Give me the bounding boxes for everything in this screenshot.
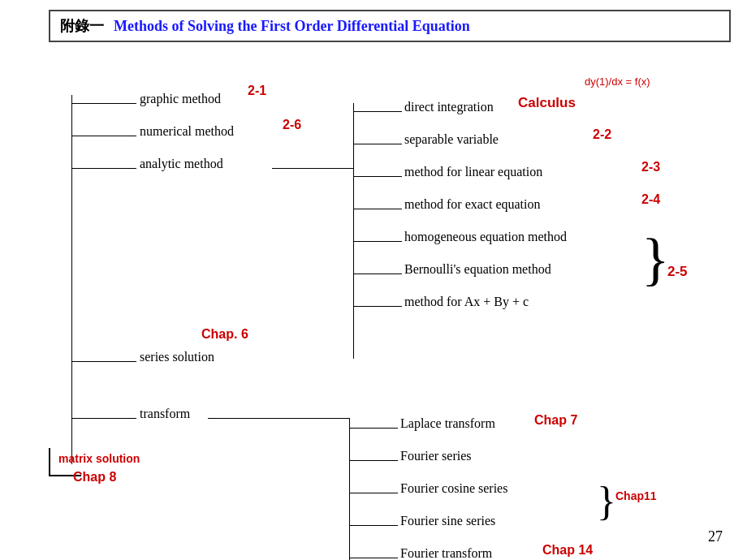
hline-analytic-right bbox=[272, 168, 353, 169]
hline-fourier-series bbox=[349, 460, 398, 461]
annotation-chap11: Chap11 bbox=[615, 489, 657, 502]
label-fourier-sine: Fourier sine series bbox=[400, 514, 495, 528]
label-bernoulli: Bernoulli's equation method bbox=[404, 262, 551, 277]
annotation-dydx: dy(1)/dx = f(x) bbox=[585, 75, 650, 88]
label-laplace: Laplace transform bbox=[400, 416, 495, 431]
page-number: 27 bbox=[708, 528, 723, 545]
annotation-chap14: Chap 14 bbox=[542, 543, 593, 558]
annotation-2-2: 2-2 bbox=[593, 127, 611, 142]
hline-bernoulli bbox=[353, 274, 402, 274]
label-fourier-cosine: Fourier cosine series bbox=[400, 481, 507, 496]
annotation-2-1: 2-1 bbox=[248, 84, 266, 98]
hline-numerical bbox=[71, 136, 136, 136]
hline-analytic bbox=[71, 168, 136, 169]
label-separable: separable variable bbox=[404, 132, 499, 147]
hline-fourier-sine bbox=[349, 525, 398, 526]
hline-graphic bbox=[71, 103, 136, 104]
annotation-calculus: Calculus bbox=[518, 95, 576, 111]
label-fourier-transform: Fourier transform bbox=[400, 546, 492, 560]
label-transform: transform bbox=[140, 407, 190, 421]
hline-fourier-cosine bbox=[349, 493, 398, 493]
label-homogeneous: homogeneous equation method bbox=[404, 230, 567, 244]
brace-2-5: } bbox=[641, 230, 670, 288]
annotation-2-5: 2-5 bbox=[667, 264, 688, 280]
right-vline bbox=[353, 103, 354, 359]
hline-laplace bbox=[349, 428, 398, 429]
annotation-chap8: Chap 8 bbox=[73, 470, 116, 485]
title-box: 附錄一 Methods of Solving the First Order D… bbox=[49, 10, 731, 42]
label-series: series solution bbox=[140, 350, 214, 364]
annotation-2-6: 2-6 bbox=[283, 118, 301, 132]
annotation-2-3: 2-3 bbox=[641, 160, 660, 174]
annotation-2-4: 2-4 bbox=[641, 192, 660, 207]
annotation-chap6: Chap. 6 bbox=[201, 327, 248, 342]
hline-fourier-transform bbox=[349, 558, 398, 558]
hline-direct bbox=[353, 111, 402, 112]
label-direct: direct integration bbox=[404, 100, 494, 114]
hline-separable bbox=[353, 144, 402, 144]
annotation-matrix: matrix solution bbox=[58, 452, 140, 465]
hline-homogeneous bbox=[353, 241, 402, 242]
hline-transform-right bbox=[208, 418, 350, 419]
title-chinese: 附錄一 bbox=[60, 16, 104, 36]
hline-linear bbox=[353, 176, 402, 177]
annotation-chap7: Chap 7 bbox=[534, 413, 577, 428]
hline-transform bbox=[71, 418, 136, 419]
label-exact: method for exact equation bbox=[404, 197, 541, 212]
label-fourier-series: Fourier series bbox=[400, 449, 472, 463]
label-axbyc: method for Ax + By + c bbox=[404, 295, 529, 309]
label-graphic: graphic method bbox=[140, 92, 221, 106]
label-numerical: numerical method bbox=[140, 124, 234, 139]
hline-axbyc bbox=[353, 306, 402, 307]
hline-exact bbox=[353, 209, 402, 209]
hline-series bbox=[71, 361, 136, 362]
right-vline2 bbox=[349, 418, 350, 560]
label-linear: method for linear equation bbox=[404, 165, 542, 179]
label-analytic: analytic method bbox=[140, 157, 223, 171]
title-english: Methods of Solving the First Order Diffe… bbox=[114, 18, 470, 35]
main-vline bbox=[71, 95, 72, 464]
tree-container: graphic method numerical method analytic… bbox=[0, 53, 747, 560]
brace-chap11: } bbox=[597, 480, 616, 521]
